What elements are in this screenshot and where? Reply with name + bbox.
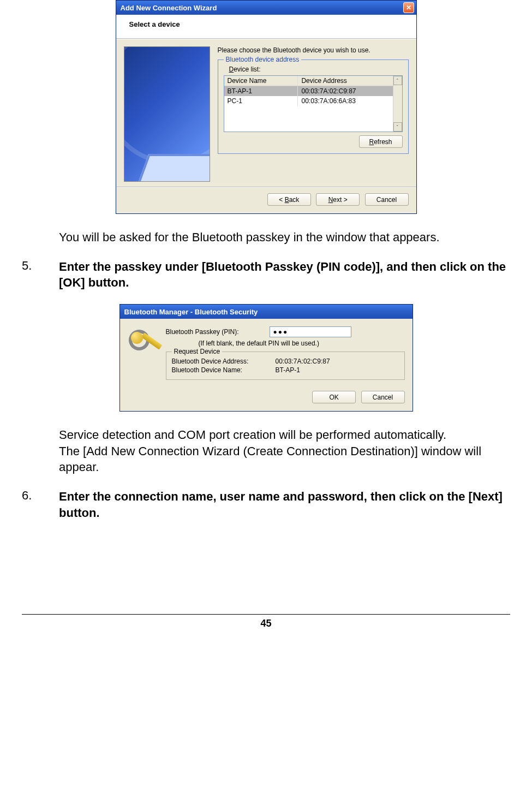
device-name-label: Bluetooth Device Name: <box>172 366 276 374</box>
step-number: 5. <box>22 259 59 291</box>
fieldset-legend: Bluetooth device address <box>224 56 302 63</box>
page-number: 45 <box>22 618 510 629</box>
col-header-name[interactable]: Device Name <box>224 76 298 86</box>
key-icon <box>128 326 158 365</box>
device-list-label: Device list: <box>229 65 403 73</box>
titlebar[interactable]: Bluetooth Manager - Bluetooth Security <box>120 305 413 319</box>
device-name-value: BT-AP-1 <box>276 366 300 374</box>
pin-label: Bluetooth Passkey (PIN): <box>166 328 270 336</box>
device-address-fieldset: Bluetooth device address Device list: De… <box>218 59 409 154</box>
titlebar[interactable]: Add New Connection Wizard ✕ <box>116 1 416 15</box>
scrollbar[interactable]: ˄ ˅ <box>393 76 402 132</box>
bluetooth-security-dialog: Bluetooth Manager - Bluetooth Security B… <box>119 304 413 412</box>
pin-input[interactable] <box>270 326 351 337</box>
dialog-heading: Select a device <box>116 15 416 39</box>
paragraph: Service detection and COM port creation … <box>59 427 510 475</box>
wizard-sidebar-graphic <box>124 46 210 182</box>
scroll-up-icon[interactable]: ˄ <box>393 76 402 85</box>
footer-rule <box>22 614 510 615</box>
fieldset-legend: Request Device <box>172 348 223 355</box>
cancel-button[interactable]: Cancel <box>365 193 409 206</box>
prompt-text: Please choose the Bluetooth device you w… <box>218 46 409 54</box>
device-row[interactable]: BT-AP-1 00:03:7A:02:C9:87 <box>224 86 393 96</box>
device-row[interactable]: PC-1 00:03:7A:06:6A:83 <box>224 96 393 106</box>
paragraph: You will be asked for the Bluetooth pass… <box>59 229 510 246</box>
back-button[interactable]: < Back <box>267 193 311 206</box>
scroll-down-icon[interactable]: ˅ <box>393 122 402 132</box>
step-text: Enter the connection name, user name and… <box>59 489 510 521</box>
add-connection-wizard-dialog: Add New Connection Wizard ✕ Select a dev… <box>116 0 417 214</box>
cancel-button[interactable]: Cancel <box>361 391 405 403</box>
next-button[interactable]: Next > <box>316 193 360 206</box>
window-title: Add New Connection Wizard <box>121 4 403 12</box>
refresh-button[interactable]: Refresh <box>359 135 403 148</box>
col-header-addr[interactable]: Device Address <box>298 76 392 86</box>
request-device-fieldset: Request Device Bluetooth Device Address:… <box>166 352 405 380</box>
window-title: Bluetooth Manager - Bluetooth Security <box>124 308 410 316</box>
ok-button[interactable]: OK <box>312 391 356 403</box>
device-address-label: Bluetooth Device Address: <box>172 358 276 365</box>
step-number: 6. <box>22 489 59 521</box>
step-text: Enter the passkey under [Bluetooth Passk… <box>59 259 510 291</box>
device-listbox[interactable]: Device Name Device Address BT-AP-1 00:03… <box>224 75 403 132</box>
pin-hint: (If left blank, the default PIN will be … <box>199 340 405 347</box>
close-icon[interactable]: ✕ <box>403 2 414 13</box>
device-address-value: 00:03:7A:02:C9:87 <box>276 358 330 365</box>
